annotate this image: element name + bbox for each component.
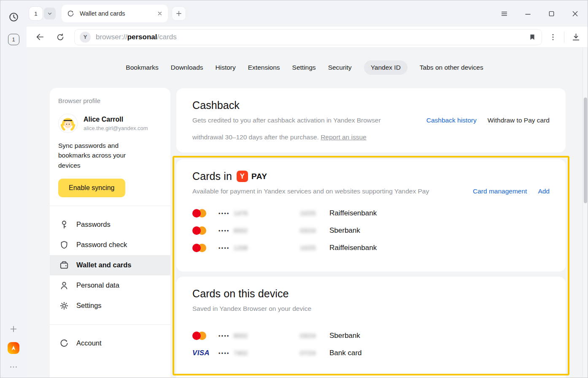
left-rail: 1 [0, 0, 27, 378]
history-clock-icon[interactable] [8, 11, 19, 23]
card-number-blurred: 7402 [234, 349, 248, 356]
enable-syncing-button[interactable]: Enable syncing [58, 179, 125, 197]
gear-icon [59, 301, 69, 311]
back-button[interactable] [35, 32, 45, 42]
card-row[interactable]: ••••1208 10/25 Raiffeisenbank [192, 239, 550, 256]
device-cards-subtitle: Saved in Yandex Browser on your device [192, 305, 550, 313]
cashback-subtitle: Gets credited to you after cashback acti… [192, 117, 426, 124]
card-management-link[interactable]: Card management [473, 188, 527, 195]
yandex-browser-logo[interactable] [8, 342, 19, 354]
sync-description: Sync passwords and bookmarks across your… [58, 141, 136, 170]
close-icon[interactable] [571, 10, 579, 18]
url-scheme: browser:// [96, 33, 127, 41]
pay-cards-list: ••••1476 10/25 Raiffeisenbank ••••8002 0… [192, 204, 550, 256]
tab-group: 1 [29, 7, 56, 20]
nav-downloads[interactable]: Downloads [171, 60, 203, 75]
card-row[interactable]: VISA ••••7402 07/24 Bank card [192, 344, 550, 362]
profile-sidebar: Browser profile Alice Carroll [50, 88, 170, 378]
sidebar-item-account[interactable]: Account [50, 333, 170, 354]
yandex-pay-logo-letter: Y [240, 173, 245, 180]
cashback-title: Cashback [192, 99, 550, 111]
downloads-icon[interactable] [571, 32, 581, 42]
tab-strip: 1 Wallet and cards [27, 0, 588, 27]
tab-group-stub[interactable]: 1 [29, 7, 43, 20]
rail-add-icon[interactable] [9, 324, 18, 334]
toolbar-kebab-icon[interactable] [549, 33, 557, 41]
bookmark-flag-icon[interactable] [528, 33, 537, 41]
maximize-icon[interactable] [548, 10, 556, 18]
minimize-icon[interactable] [524, 10, 532, 18]
card-number-masked: •••• [218, 211, 230, 217]
card-bank-name: Sberbank [329, 332, 550, 340]
chevron-down-icon [47, 11, 53, 16]
tab-group-chevron-button[interactable] [44, 8, 56, 19]
sidebar-item-label: Passwords [76, 220, 111, 228]
settings-nav: Bookmarks Downloads History Extensions S… [27, 48, 583, 75]
card-number-masked: •••• [218, 333, 230, 339]
url-path: /cards [157, 33, 177, 41]
site-favicon: Y [80, 32, 91, 43]
card-expiry-blurred: 10/25 [300, 209, 329, 217]
card-number-masked: •••• [218, 351, 230, 356]
toolbar-divider [564, 32, 564, 43]
sidebar-item-wallet-and-cards[interactable]: Wallet and cards [50, 255, 170, 275]
card-row[interactable]: ••••8002 03/24 Sberbank [192, 222, 550, 239]
nav-yandex-id[interactable]: Yandex ID [364, 60, 407, 75]
sidebar-item-label: Password check [76, 241, 127, 249]
add-card-link[interactable]: Add [538, 188, 550, 195]
tab-close-icon[interactable] [157, 11, 163, 16]
sidebar-item-personal-data[interactable]: Personal data [50, 275, 170, 296]
nav-settings[interactable]: Settings [292, 60, 316, 75]
nav-extensions[interactable]: Extensions [248, 60, 280, 75]
mastercard-icon [192, 331, 207, 340]
scrollbar-thumb[interactable] [584, 98, 587, 203]
wallet-icon [59, 260, 69, 270]
device-cards-card: Cards on this device Saved in Yandex Bro… [176, 277, 566, 378]
new-tab-button[interactable] [172, 7, 186, 20]
yandex-pay-logo-icon: Y [237, 171, 248, 182]
card-expiry-blurred: 03/24 [300, 227, 329, 234]
card-expiry-blurred: 10/25 [300, 244, 329, 251]
visa-icon: VISA [192, 349, 218, 357]
sidebar-item-label: Settings [76, 302, 102, 310]
mastercard-icon [192, 226, 207, 235]
browser-menu-icon[interactable] [500, 10, 508, 18]
card-row[interactable]: ••••8002 03/24 Sberbank [192, 327, 550, 344]
card-number-blurred: 1476 [234, 209, 248, 217]
mastercard-icon [192, 243, 207, 253]
tab-panel-badge[interactable]: 1 [8, 34, 19, 45]
sidebar-item-label: Personal data [76, 281, 119, 289]
url-text: browser://personal/cards [96, 33, 523, 41]
sidebar-item-settings[interactable]: Settings [50, 296, 170, 316]
address-bar[interactable]: Y browser://personal/cards [74, 29, 542, 45]
tab-wallet-and-cards[interactable]: Wallet and cards [62, 5, 168, 22]
card-bank-name: Sberbank [329, 226, 550, 235]
card-row[interactable]: ••••1476 10/25 Raiffeisenbank [192, 204, 550, 222]
device-cards-list: ••••8002 03/24 Sberbank VISA ••••7402 07… [192, 327, 550, 362]
nav-bookmarks[interactable]: Bookmarks [126, 60, 159, 75]
card-number-blurred: 8002 [234, 227, 248, 234]
yandex-pay-cards-card: Cards in Y PAY Available for payment in … [176, 159, 566, 272]
card-expiry-blurred: 07/24 [300, 349, 329, 356]
nav-tabs-other-devices[interactable]: Tabs on other devices [420, 60, 483, 75]
withdraw-to-pay-card-link[interactable]: Withdraw to Pay card [488, 117, 550, 124]
tab-panel-count: 1 [12, 36, 15, 43]
mastercard-icon [192, 209, 207, 218]
nav-security[interactable]: Security [328, 60, 352, 75]
cashback-card: Cashback Gets credited to you after cash… [176, 88, 566, 152]
yandex-pay-logo-text: PAY [251, 172, 267, 181]
window-controls [500, 10, 579, 18]
sidebar-item-passwords[interactable]: Passwords [50, 215, 170, 235]
cashback-history-link[interactable]: Cashback history [426, 117, 477, 124]
tab-title: Wallet and cards [80, 10, 157, 17]
reload-button[interactable] [56, 33, 65, 42]
url-host: personal [127, 33, 157, 41]
report-an-issue-link[interactable]: Report an issue [321, 133, 367, 141]
device-cards-title: Cards on this device [192, 288, 550, 300]
rail-more-icon[interactable] [9, 362, 18, 372]
sidebar-item-password-check[interactable]: Password check [50, 235, 170, 255]
sidebar-section-label: Browser profile [58, 97, 162, 104]
page-scrollbar[interactable] [583, 48, 588, 378]
nav-history[interactable]: History [216, 60, 236, 75]
key-icon [59, 220, 69, 230]
